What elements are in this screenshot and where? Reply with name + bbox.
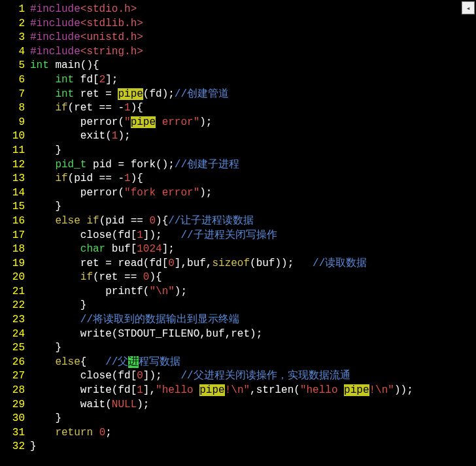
code-line: 19 ret = read(fd[0],buf,sizeof(buf)); //… — [0, 257, 476, 271]
code-line: 12 pid_t pid = fork();//创建子进程 — [0, 158, 476, 173]
line-number: 12 — [0, 158, 30, 173]
line-number: 11 — [0, 144, 30, 158]
line-number: 29 — [0, 398, 30, 412]
line-number: 18 — [0, 242, 30, 257]
code-line: 27 close(fd[0]); //父进程关闭读操作，实现数据流通 — [0, 369, 476, 384]
line-number: 23 — [0, 313, 30, 327]
code-line: 4#include<string.h> — [0, 45, 476, 59]
code-line: 3#include<unistd.h> — [0, 31, 476, 45]
code-line: 25 } — [0, 341, 476, 356]
text-cursor: 进 — [128, 356, 139, 368]
code-line: 17 close(fd[1]); //子进程关闭写操作 — [0, 229, 476, 243]
line-number: 26 — [0, 356, 30, 370]
line-number: 15 — [0, 200, 30, 214]
line-number: 4 — [0, 45, 30, 59]
line-number: 2 — [0, 17, 30, 31]
code-line: 2#include<stdlib.h> — [0, 17, 476, 31]
line-number: 27 — [0, 369, 30, 384]
code-line: 23 //将读取到的数据输出到显示终端 — [0, 313, 476, 327]
line-number: 24 — [0, 327, 30, 342]
code-line: 13 if(pid == -1){ — [0, 172, 476, 186]
line-number: 20 — [0, 271, 30, 285]
line-number: 9 — [0, 116, 30, 130]
line-number: 22 — [0, 299, 30, 313]
line-number: 8 — [0, 101, 30, 116]
line-number: 21 — [0, 285, 30, 299]
line-number: 25 — [0, 341, 30, 356]
line-number: 3 — [0, 31, 30, 45]
code-line: 29 wait(NULL); — [0, 398, 476, 412]
code-line: 26 else{ //父进程写数据 — [0, 356, 476, 370]
code-line: 5int main(){ — [0, 59, 476, 73]
search-highlight: pipe — [118, 88, 143, 100]
line-number: 1 — [0, 3, 30, 17]
code-line: 31 return 0; — [0, 426, 476, 441]
search-highlight: pipe — [344, 384, 369, 396]
code-line: 18 char buf[1024]; — [0, 242, 476, 257]
search-highlight: pipe — [131, 116, 156, 128]
code-line: 22 } — [0, 299, 476, 313]
line-number: 31 — [0, 426, 30, 441]
line-number: 30 — [0, 412, 30, 426]
line-number: 5 — [0, 59, 30, 73]
search-highlight: pipe — [199, 384, 224, 396]
code-line: 14 perror("fork error"); — [0, 186, 476, 201]
code-line: 24 write(STDOUT_FILENO,buf,ret); — [0, 327, 476, 342]
code-line: 20 if(ret == 0){ — [0, 271, 476, 285]
code-line: 28 write(fd[1],"hello pipe!\n",strlen("h… — [0, 384, 476, 398]
line-number: 17 — [0, 229, 30, 243]
code-line: 6 int fd[2]; — [0, 73, 476, 88]
code-line: 1#include<stdio.h> — [0, 3, 476, 17]
line-number: 7 — [0, 88, 30, 102]
code-line: 11 } — [0, 144, 476, 158]
code-line: 15 } — [0, 200, 476, 214]
code-line: 8 if(ret == -1){ — [0, 101, 476, 116]
line-number: 6 — [0, 73, 30, 88]
code-line: 21 printf("\n"); — [0, 285, 476, 299]
line-number: 28 — [0, 384, 30, 398]
code-line: 32} — [0, 440, 476, 454]
line-number: 16 — [0, 214, 30, 229]
code-editor[interactable]: 1#include<stdio.h> 2#include<stdlib.h> 3… — [0, 0, 476, 457]
code-line: 30 } — [0, 412, 476, 426]
line-number: 14 — [0, 186, 30, 201]
line-number: 13 — [0, 172, 30, 186]
scroll-left-icon[interactable]: ◂ — [462, 1, 475, 14]
code-line: 9 perror("pipe error"); — [0, 116, 476, 130]
line-number: 19 — [0, 257, 30, 271]
code-line: 16 else if(pid == 0){//让子进程读数据 — [0, 214, 476, 229]
line-number: 10 — [0, 129, 30, 144]
code-line: 10 exit(1); — [0, 129, 476, 144]
code-line: 7 int ret = pipe(fd);//创建管道 — [0, 88, 476, 102]
line-number: 32 — [0, 440, 30, 454]
